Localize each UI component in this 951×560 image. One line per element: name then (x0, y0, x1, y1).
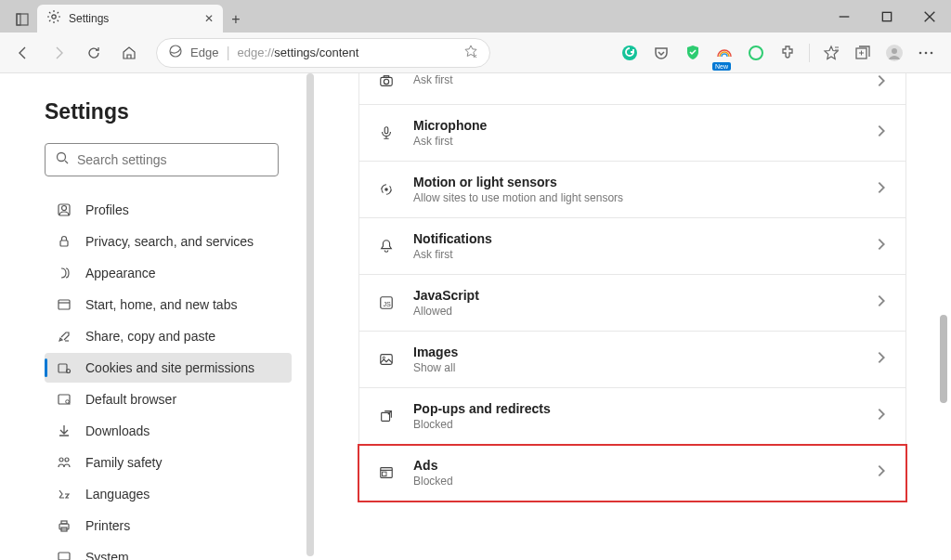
window-controls (823, 3, 951, 31)
setting-row-ads[interactable]: AdsBlocked (358, 445, 906, 501)
sidebar-scrollbar[interactable] (306, 73, 314, 556)
search-input[interactable] (45, 143, 279, 176)
svg-rect-29 (59, 364, 67, 372)
row-desc: Allow sites to use motion and light sens… (413, 191, 857, 204)
close-icon[interactable]: ✕ (204, 12, 214, 25)
refresh-button[interactable] (78, 37, 110, 69)
svg-point-22 (58, 153, 66, 162)
chevron-right-icon (874, 237, 889, 255)
sidebar-item-languages[interactable]: Languages (45, 479, 292, 509)
sidebar-item-profiles[interactable]: Profiles (45, 195, 292, 225)
svg-point-19 (919, 51, 922, 54)
profile-button[interactable] (884, 43, 905, 63)
tab-actions-button[interactable] (7, 7, 37, 33)
extensions-button[interactable] (777, 43, 798, 63)
back-button[interactable] (7, 37, 39, 69)
row-title: Ads (413, 458, 857, 473)
svg-rect-52 (383, 472, 386, 475)
content-area: Settings ProfilesPrivacy, search, and se… (0, 73, 951, 560)
svg-point-2 (52, 15, 56, 19)
shield-icon[interactable] (683, 43, 703, 63)
sidebar-item-privacy-search-and-services[interactable]: Privacy, search, and services (45, 227, 292, 256)
close-window-button[interactable] (908, 3, 951, 31)
address-bar[interactable]: Edge | edge://settings/content (156, 38, 490, 68)
nav-label: Family safety (85, 455, 162, 470)
search-field[interactable] (77, 152, 268, 167)
sidebar-item-default-browser[interactable]: Default browser (45, 384, 292, 414)
forward-button[interactable] (43, 37, 74, 69)
settings-sidebar: Settings ProfilesPrivacy, search, and se… (0, 73, 314, 560)
svg-rect-27 (59, 300, 70, 309)
row-desc: Blocked (413, 418, 857, 431)
sidebar-item-downloads[interactable]: Downloads (45, 416, 292, 446)
svg-rect-31 (59, 395, 70, 404)
nav-label: Appearance (85, 266, 156, 280)
svg-point-21 (931, 51, 933, 54)
row-title: Pop-ups and redirects (413, 401, 857, 416)
setting-row-javascript[interactable]: JSJavaScriptAllowed (358, 275, 906, 332)
row-desc: Blocked (413, 475, 857, 488)
search-icon (55, 150, 70, 169)
setting-row-images[interactable]: ImagesShow all (358, 332, 906, 388)
tab-title: Settings (69, 12, 197, 25)
svg-point-20 (925, 51, 928, 54)
favorite-icon[interactable] (463, 44, 478, 62)
page-title: Settings (45, 99, 292, 124)
svg-point-41 (384, 79, 388, 84)
camera-icon (376, 73, 397, 88)
sidebar-item-family-safety[interactable]: Family safety (45, 448, 292, 477)
setting-row-camera[interactable]: CameraAsk first (358, 73, 906, 105)
svg-point-33 (59, 458, 63, 462)
row-desc: Ask first (413, 135, 857, 148)
page-scrollbar-thumb[interactable] (940, 315, 947, 403)
sidebar-item-appearance[interactable]: Appearance (45, 258, 292, 288)
sidebar-item-printers[interactable]: Printers (45, 511, 292, 540)
row-desc: Allowed (413, 305, 857, 318)
pocket-icon[interactable] (651, 43, 671, 63)
nav-icon (56, 423, 72, 438)
titlebar: Settings ✕ + (0, 0, 951, 33)
more-button[interactable] (916, 43, 936, 63)
setting-row-microphone[interactable]: MicrophoneAsk first (358, 105, 906, 162)
svg-rect-47 (381, 355, 392, 365)
chevron-right-icon (874, 293, 889, 312)
circle-icon[interactable] (746, 43, 766, 63)
svg-rect-36 (61, 521, 67, 524)
home-button[interactable] (113, 37, 145, 69)
sidebar-item-share-copy-and-paste[interactable]: Share, copy and paste (45, 321, 292, 351)
tab-strip: Settings ✕ + (0, 0, 823, 33)
svg-rect-1 (17, 14, 28, 25)
new-tab-button[interactable]: + (223, 7, 249, 33)
nav-label: Printers (85, 518, 130, 533)
nav-icon (56, 234, 72, 249)
maximize-button[interactable] (866, 3, 908, 31)
collections-button[interactable] (853, 43, 873, 63)
setting-row-notifications[interactable]: NotificationsAsk first (358, 218, 906, 275)
sidebar-item-start-home-and-new-tabs[interactable]: Start, home, and new tabs (45, 290, 292, 319)
page-scroll-track[interactable] (942, 73, 949, 560)
row-title: Microphone (413, 118, 857, 133)
minimize-button[interactable] (823, 3, 866, 31)
rainbow-icon[interactable] (714, 43, 735, 63)
toolbar: Edge | edge://settings/content (0, 33, 951, 73)
setting-row-motion-or-light-sensors[interactable]: Motion or light sensorsAllow sites to us… (358, 162, 906, 218)
extension-icons (619, 43, 944, 63)
nav-icon (56, 297, 72, 312)
favorites-button[interactable] (821, 43, 841, 63)
row-title: Motion or light sensors (413, 175, 857, 189)
sidebar-item-cookies-and-site-permissions[interactable]: Cookies and site permissions (45, 353, 292, 383)
grammarly-icon[interactable] (619, 43, 640, 63)
nav-icon (56, 518, 72, 533)
edge-icon (168, 44, 183, 62)
nav-icon (56, 202, 72, 217)
svg-rect-26 (60, 241, 68, 246)
row-desc: Ask first (413, 248, 857, 261)
row-title: JavaScript (413, 288, 857, 303)
nav-label: Languages (85, 487, 150, 501)
browser-tab[interactable]: Settings ✕ (37, 5, 223, 33)
svg-rect-4 (882, 12, 891, 20)
row-title: Images (413, 345, 857, 359)
nav-icon (56, 329, 72, 344)
setting-row-pop-ups-and-redirects[interactable]: Pop-ups and redirectsBlocked (358, 388, 906, 445)
sidebar-item-system[interactable]: System (45, 542, 292, 560)
